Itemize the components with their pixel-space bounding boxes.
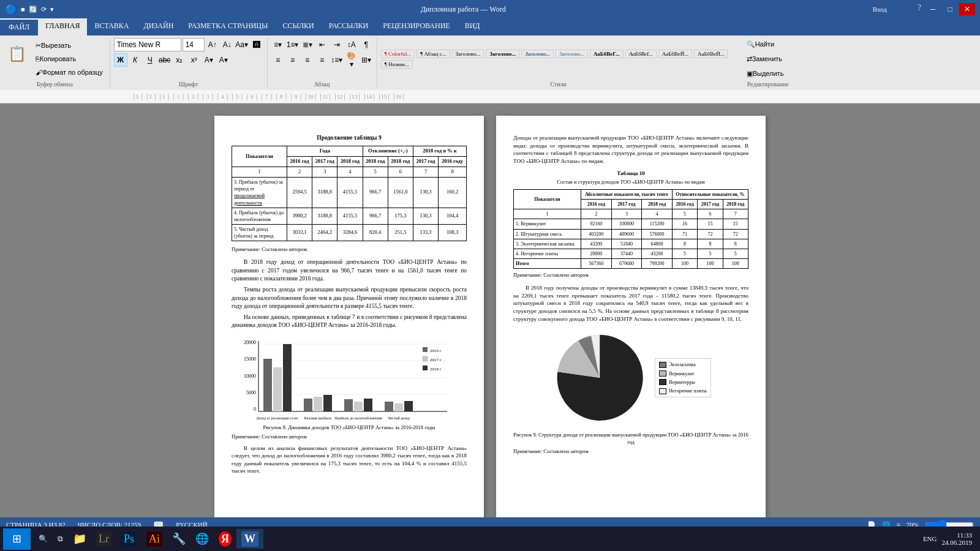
table-row-num-4: 4 — [337, 167, 363, 178]
replace-button[interactable]: ⇄ Заменить — [744, 53, 793, 65]
t10-r5-p2: 100 — [698, 259, 723, 269]
t10-r1-p3: 15 — [723, 219, 748, 229]
style-heading3[interactable]: Заголово... — [521, 50, 554, 58]
t10-r2-v1: 403200 — [581, 229, 612, 239]
tab-layout[interactable]: РАЗМЕТКА СТРАНИЦЫ — [181, 18, 275, 36]
help-icon[interactable]: ? — [918, 3, 921, 15]
increase-indent-button[interactable]: ⇥ — [330, 38, 344, 51]
row3-2018: 4155,5 — [337, 177, 363, 208]
taskbar-task-view[interactable]: ⧉ — [53, 529, 68, 532]
text-highlight-button[interactable]: A▾ — [202, 53, 216, 67]
sort-button[interactable]: ↕A — [345, 38, 358, 51]
style-heading4[interactable]: Заголово... — [556, 50, 588, 58]
tab-review[interactable]: РЕЦЕНЗИРОВАНИЕ — [375, 18, 457, 36]
document-scroll[interactable]: Продолжение таблицы 9 Показатели Года От… — [0, 103, 980, 517]
align-left-button[interactable]: ≡ — [271, 53, 285, 67]
tab-insert[interactable]: ВСТАВКА — [87, 18, 136, 36]
tab-file[interactable]: ФАЙЛ — [0, 18, 38, 36]
table9-continuation: Продолжение таблицы 9 — [232, 134, 467, 142]
legend-label-vermiterry: Вермитерры — [669, 379, 695, 386]
style-heading6[interactable]: АаБбВеI... — [625, 50, 657, 58]
t10-r2-p2: 72 — [698, 229, 723, 239]
font-name-input[interactable] — [114, 38, 181, 51]
t10-n5: 5 — [672, 209, 697, 219]
legend-label-fire: Негорючие плиты — [669, 388, 706, 394]
tab-home[interactable]: ГЛАВНАЯ — [38, 18, 87, 36]
row4-2016: 3980,2 — [287, 208, 312, 224]
align-right-button[interactable]: ≡ — [301, 53, 314, 67]
table-row-num-6: 6 — [388, 167, 413, 178]
style-name[interactable]: ¶ Назван... — [381, 60, 413, 69]
format-painter-button[interactable]: 🖌 Формат по образцу — [32, 66, 106, 78]
style-heading5[interactable]: АаБбВеГ... — [590, 50, 624, 58]
style-abzac[interactable]: ¶ Абзац с... — [417, 50, 450, 58]
shading-button[interactable]: 🎨▾ — [345, 53, 358, 67]
tab-references[interactable]: ССЫЛКИ — [275, 18, 321, 36]
style-heading2[interactable]: Заголово... — [486, 50, 519, 58]
show-marks-button[interactable]: ¶ — [360, 38, 373, 51]
paste-button[interactable]: 📋 — [4, 43, 31, 74]
maximize-button[interactable]: □ — [942, 3, 958, 15]
copy-button[interactable]: ⎘ Копировать — [32, 53, 106, 65]
style-heading7[interactable]: АаБбВеЙ... — [658, 50, 692, 58]
taskbar-yandex[interactable]: Я — [214, 529, 236, 532]
select-button[interactable]: ▣ Выделить — [744, 67, 793, 80]
tab-design[interactable]: ДИЗАЙН — [136, 18, 181, 36]
table-row: 5. Чистый доход (убыток) за период 3033,… — [232, 225, 467, 241]
start-button[interactable]: ⊞ — [3, 528, 31, 533]
taskbar-word[interactable]: W — [236, 529, 263, 532]
tab-mailings[interactable]: РАССЫЛКИ — [322, 18, 376, 36]
decrease-indent-button[interactable]: ⇤ — [315, 38, 329, 51]
superscript-button[interactable]: x² — [187, 53, 201, 67]
legend-color-vermiterry — [659, 379, 666, 385]
increase-font-button[interactable]: A↑ — [206, 38, 219, 51]
svg-text:0: 0 — [254, 407, 256, 412]
row4-dev2: 175,3 — [388, 208, 413, 224]
style-heading8[interactable]: АаБбВеЙ... — [694, 50, 728, 58]
cut-button[interactable]: ✂ Вырезать — [32, 39, 106, 51]
table9-note: Примечание: Составлено автором. — [232, 246, 467, 253]
svg-text:Чистый доход: Чистый доход — [388, 416, 410, 420]
table-col-2018-2016: 2018 год — [388, 157, 413, 167]
tab-view[interactable]: ВИД — [458, 18, 488, 36]
bullets-button[interactable]: ≡▾ — [271, 38, 285, 51]
bar-g1-2016 — [263, 359, 272, 411]
borders-button[interactable]: ⊞▾ — [360, 53, 373, 67]
italic-button[interactable]: К — [129, 53, 142, 67]
taskbar-photoshop[interactable]: Ps — [116, 529, 141, 532]
strikethrough-button[interactable]: аbc — [158, 53, 172, 67]
subscript-button[interactable]: x₂ — [173, 53, 186, 67]
close-button[interactable]: ✕ — [959, 3, 975, 15]
document-area: Продолжение таблицы 9 Показатели Года От… — [0, 103, 980, 517]
justify-button[interactable]: ≡ — [315, 53, 329, 67]
legend-label-exo: Экзозасыпка — [669, 361, 695, 368]
multilevel-list-button[interactable]: ≣▾ — [301, 38, 314, 51]
style-colorful[interactable]: ¶ Colorful... — [381, 50, 415, 58]
align-center-button[interactable]: ≡ — [286, 53, 300, 67]
line-spacing-button[interactable]: ↕≡▾ — [330, 53, 344, 67]
bar-g3-2018 — [364, 399, 372, 411]
table-row-num-8: 8 — [439, 167, 467, 178]
table-row: 2. Штукатурная смесь 403200 489600 57600… — [514, 229, 748, 239]
taskbar-lightroom[interactable]: Lr — [91, 529, 116, 532]
decrease-font-button[interactable]: A↓ — [221, 38, 234, 51]
bold-button[interactable]: Ж — [114, 53, 127, 67]
row3-2016: 2594,5 — [287, 177, 312, 208]
style-heading1[interactable]: Заголово... — [452, 50, 484, 58]
font-color-button[interactable]: A▾ — [217, 53, 230, 67]
taskbar-explorer[interactable]: 📁 — [68, 529, 91, 532]
page1-para1: В 2018 году доход от операционной деятел… — [232, 258, 467, 283]
font-case-button[interactable]: Aa▾ — [235, 38, 249, 51]
legend-item-vermiculit: Вермикулит — [659, 370, 706, 377]
taskbar-cortana[interactable]: 🔍 — [34, 529, 53, 532]
taskbar-illustrator[interactable]: Ai — [141, 529, 167, 532]
taskbar-chrome[interactable]: 🌐 — [190, 529, 214, 532]
numbering-button[interactable]: 1≡▾ — [286, 38, 300, 51]
font-size-input[interactable] — [183, 38, 205, 51]
clear-format-button[interactable]: 🅰 — [250, 38, 263, 51]
edit-group: 🔍 Найти ⇄ Заменить ▣ Выделить Редактиров… — [744, 38, 796, 88]
find-button[interactable]: 🔍 Найти — [744, 38, 793, 50]
taskbar-app5[interactable]: 🔧 — [167, 529, 190, 532]
underline-button[interactable]: Ч — [143, 53, 157, 67]
minimize-button[interactable]: ─ — [925, 3, 941, 15]
